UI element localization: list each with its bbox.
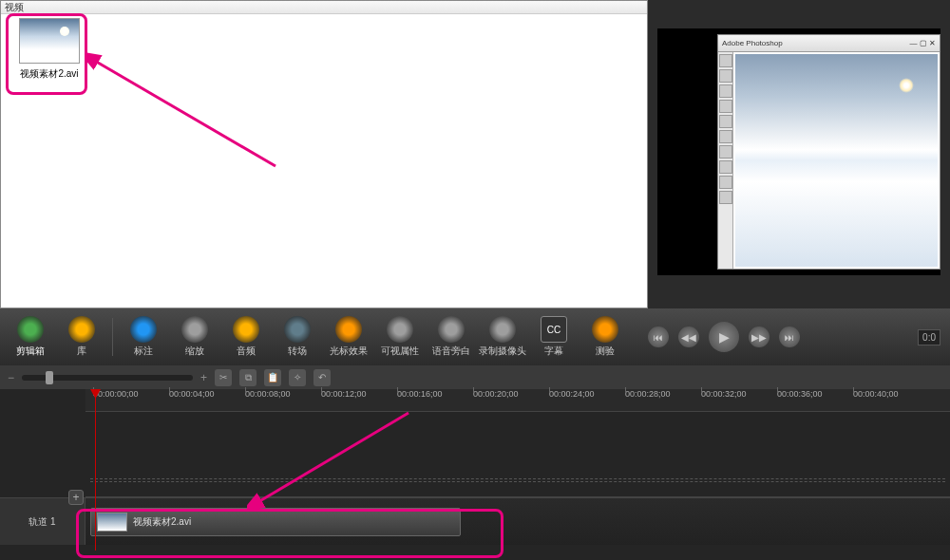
toolbar-label: 语音旁白 — [427, 345, 476, 358]
visual-props-icon — [387, 316, 413, 343]
toolbar-voice[interactable]: 语音旁白 — [427, 316, 476, 358]
toolbar-library[interactable]: 库 — [57, 316, 106, 358]
toolbar-quiz[interactable]: 测验 — [580, 316, 630, 358]
tool-undo-icon[interactable]: ↶ — [314, 369, 331, 386]
ruler-tick: 00:00:12;00 — [321, 389, 367, 399]
toolbar-label: 可视属性 — [375, 345, 425, 358]
toolbar-zoom[interactable]: 缩放 — [170, 316, 219, 358]
ruler-tick: 00:00:24;00 — [549, 389, 595, 399]
playhead[interactable] — [95, 389, 96, 551]
toolbar-label: 字幕 — [529, 345, 579, 358]
quiz-icon — [592, 316, 618, 343]
track-1: 轨道 1 视频素材2.avi — [0, 497, 950, 545]
ps-canvas — [733, 52, 940, 269]
toolbar-label: 标注 — [119, 345, 168, 358]
media-bin-header: 视频 — [1, 1, 647, 14]
toolbar-label: 转场 — [273, 345, 322, 358]
toolbar-callouts[interactable]: 标注 — [119, 316, 168, 358]
toolbar-record-cam[interactable]: 录制摄像头 — [478, 316, 527, 358]
playback-controls: ⏮ ◀◀ ▶ ▶▶ ⏭ 0:0 — [648, 308, 950, 365]
timeline-controls: − + ✂ ⧉ 📋 ✧ ↶ — [0, 365, 950, 389]
toolbar-label: 剪辑箱 — [6, 345, 55, 358]
next-marker-button[interactable]: ⏭ — [779, 327, 800, 347]
ruler-tick: 00:00:16;00 — [397, 389, 443, 399]
captions-icon: CC — [541, 316, 567, 343]
toolbar-captions[interactable]: CC字幕 — [529, 316, 579, 358]
toolbar-cursor-fx[interactable]: 光标效果 — [324, 316, 373, 358]
tool-copy-icon[interactable]: ⧉ — [239, 369, 256, 386]
track-content[interactable]: 视频素材2.avi — [86, 498, 950, 545]
track-header[interactable]: 轨道 1 — [0, 498, 86, 545]
toolbar-label: 测验 — [580, 345, 630, 358]
toolbar-clip-bin[interactable]: 剪辑箱 — [6, 316, 55, 358]
media-bin[interactable]: 视频 视频素材2.avi — [0, 0, 648, 308]
time-display: 0:0 — [918, 329, 940, 345]
forward-button[interactable]: ▶▶ — [749, 327, 770, 347]
rewind-button[interactable]: ◀◀ — [678, 327, 699, 347]
clip-thumbnail — [97, 513, 127, 532]
photoshop-window: Adobe Photoshop — ▢ ✕ — [717, 34, 940, 270]
toolbar-audio[interactable]: 音频 — [221, 316, 271, 358]
media-item[interactable]: 视频素材2.avi — [12, 18, 86, 81]
media-thumbnail — [19, 18, 80, 64]
tool-cut-icon[interactable]: ✂ — [215, 369, 232, 386]
record-cam-icon — [489, 316, 516, 343]
toolbar-visual-props[interactable]: 可视属性 — [375, 316, 425, 358]
toolbar-label: 库 — [57, 345, 106, 358]
timeline-clip[interactable]: 视频素材2.avi — [90, 508, 461, 536]
ps-image — [735, 54, 938, 267]
ps-toolbar — [718, 52, 733, 269]
drop-zone[interactable] — [86, 412, 950, 497]
ruler-tick: 00:00:08;00 — [245, 389, 291, 399]
clip-label: 视频素材2.avi — [133, 515, 191, 529]
zoom-slider[interactable] — [22, 375, 193, 381]
ruler-tick: 00:00:40;00 — [853, 389, 899, 399]
timeline[interactable]: 00:00:00;0000:00:04;0000:00:08;0000:00:1… — [0, 389, 950, 560]
ruler-tick: 00:00:28;00 — [625, 389, 671, 399]
ruler-tick: 00:00:32;00 — [701, 389, 747, 399]
timeline-ruler[interactable]: 00:00:00;0000:00:04;0000:00:08;0000:00:1… — [86, 389, 950, 412]
audio-icon — [233, 316, 259, 343]
prev-marker-button[interactable]: ⏮ — [648, 327, 669, 347]
callouts-icon — [130, 316, 157, 343]
zoom-icon — [181, 316, 208, 343]
toolbar-label: 音频 — [221, 345, 271, 358]
ruler-tick: 00:00:36;00 — [777, 389, 823, 399]
toolbar-label: 录制摄像头 — [478, 345, 527, 358]
ruler-tick: 00:00:04;00 — [169, 389, 215, 399]
voice-icon — [438, 316, 465, 343]
preview-viewport: Adobe Photoshop — ▢ ✕ — [657, 28, 940, 275]
toolbar-label: 光标效果 — [324, 345, 373, 358]
transitions-icon — [284, 316, 311, 343]
cursor-fx-icon — [335, 316, 362, 343]
tool-split-icon[interactable]: ✧ — [289, 369, 306, 386]
toolbar-transitions[interactable]: 转场 — [273, 316, 322, 358]
preview-panel: Adobe Photoshop — ▢ ✕ — [648, 0, 950, 308]
ruler-tick: 00:00:20;00 — [473, 389, 519, 399]
clip-bin-icon — [17, 316, 44, 343]
add-track-button[interactable]: + — [68, 490, 84, 505]
toolbar-label: 缩放 — [170, 345, 219, 358]
ps-titlebar: Adobe Photoshop — ▢ ✕ — [718, 35, 940, 52]
main-toolbar: 剪辑箱库标注缩放音频转场光标效果可视属性语音旁白录制摄像头CC字幕测验 — [0, 308, 648, 365]
media-item-label: 视频素材2.avi — [12, 67, 86, 81]
tool-paste-icon[interactable]: 📋 — [264, 369, 281, 386]
play-button[interactable]: ▶ — [709, 322, 739, 352]
library-icon — [68, 316, 95, 343]
